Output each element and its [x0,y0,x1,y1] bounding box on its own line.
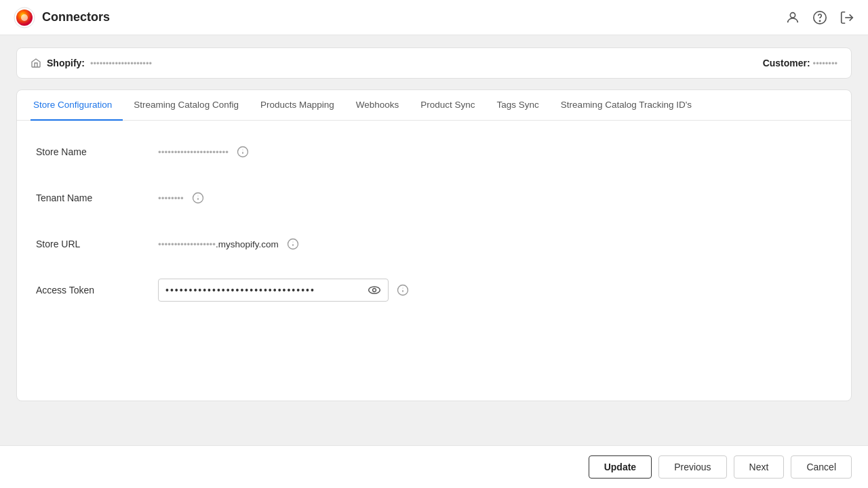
topnav-right [785,10,854,25]
tenant-name-label: Tenant Name [36,192,158,203]
svg-point-15 [369,287,380,293]
breadcrumb-shopify-value: •••••••••••••••••••• [90,58,152,68]
tab-webhooks[interactable]: Webhooks [345,90,410,121]
access-token-info-icon[interactable] [397,284,409,296]
footer: Update Previous Next Cancel [0,445,868,488]
help-icon[interactable] [812,10,827,25]
access-token-label: Access Token [36,285,158,296]
app-title: Connectors [42,10,110,24]
form-area: Store Name •••••••••••••••••••••• Tenant… [17,121,851,338]
access-token-row: Access Token [36,275,832,305]
svg-point-19 [402,287,403,288]
customer-value: •••••••• [813,58,837,68]
tab-streaming-catalog-config[interactable]: Streaming Catalog Config [123,90,250,121]
logout-icon[interactable] [840,10,854,25]
store-url-label: Store URL [36,239,158,249]
customer-label: Customer: [763,58,810,68]
tab-store-configuration[interactable]: Store Configuration [31,90,123,121]
tab-product-sync[interactable]: Product Sync [410,90,486,121]
store-url-info-icon[interactable] [287,238,299,250]
customer-info: Customer: •••••••• [763,58,837,68]
store-url-value: ••••••••••••••••••.myshopify.com [158,239,279,249]
config-card: Store Configuration Streaming Catalog Co… [16,89,852,401]
svg-point-2 [21,14,28,21]
breadcrumb-left: Shopify: •••••••••••••••••••• [31,58,152,68]
svg-point-14 [292,241,293,242]
home-icon[interactable] [31,58,41,68]
previous-button[interactable]: Previous [658,455,726,479]
main-content: Shopify: •••••••••••••••••••• Customer: … [0,35,868,413]
cancel-button[interactable]: Cancel [791,455,852,479]
store-name-value: •••••••••••••••••••••• [158,147,229,157]
profile-icon[interactable] [785,10,800,25]
update-button[interactable]: Update [589,455,652,479]
access-token-input[interactable] [165,285,363,296]
tenant-name-row: Tenant Name •••••••• [36,183,832,213]
tabs-bar: Store Configuration Streaming Catalog Co… [17,90,851,121]
svg-point-11 [197,195,198,196]
tab-streaming-catalog-tracking-ids[interactable]: Streaming Catalog Tracking ID's [550,90,703,121]
topnav-left: Connectors [14,7,110,28]
access-token-input-wrap[interactable] [158,279,389,302]
store-url-row: Store URL ••••••••••••••••••.myshopify.c… [36,229,832,259]
tenant-name-info-icon[interactable] [192,192,204,204]
svg-point-8 [242,149,243,150]
tab-tags-sync[interactable]: Tags Sync [486,90,550,121]
store-name-row: Store Name •••••••••••••••••••••• [36,137,832,167]
toggle-password-icon[interactable] [368,283,381,297]
tenant-name-value: •••••••• [158,193,184,203]
tab-products-mapping[interactable]: Products Mapping [250,90,345,121]
store-name-label: Store Name [36,146,158,157]
breadcrumb-shopify-label: Shopify: [47,58,85,68]
topnav: Connectors [0,0,868,35]
svg-point-5 [819,20,820,21]
app-logo-icon [14,7,35,28]
store-name-info-icon[interactable] [237,146,249,158]
svg-point-3 [790,12,795,17]
breadcrumb-card: Shopify: •••••••••••••••••••• Customer: … [16,47,852,79]
next-button[interactable]: Next [734,455,785,479]
svg-point-16 [373,289,376,292]
